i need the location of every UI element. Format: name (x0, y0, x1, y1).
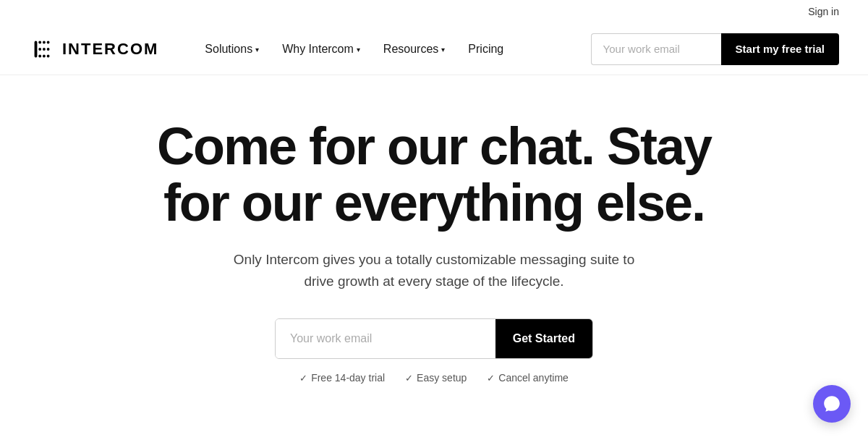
nav-email-input[interactable] (591, 33, 721, 65)
intercom-logo-icon (29, 35, 56, 63)
svg-rect-3 (43, 41, 46, 43)
logo-text: INTERCOM (62, 40, 158, 59)
chevron-down-icon: ▾ (441, 46, 445, 54)
hero-email-input[interactable] (276, 319, 495, 358)
nav-item-resources[interactable]: Resources ▾ (372, 23, 456, 75)
nav-cta-area: Start my free trial (591, 33, 839, 65)
trust-item-trial: ✓ Free 14-day trial (299, 372, 385, 384)
nav-item-pricing[interactable]: Pricing (456, 23, 515, 75)
svg-rect-7 (47, 48, 50, 51)
main-nav: Solutions ▾ Why Intercom ▾ Resources ▾ P… (193, 23, 590, 75)
svg-rect-4 (47, 41, 50, 43)
header: INTERCOM Solutions ▾ Why Intercom ▾ Reso… (0, 23, 868, 75)
nav-item-why-intercom[interactable]: Why Intercom ▾ (271, 23, 372, 75)
chevron-down-icon: ▾ (255, 46, 259, 54)
svg-rect-6 (43, 48, 46, 51)
trust-item-setup: ✓ Easy setup (405, 372, 467, 384)
get-started-button[interactable]: Get Started (495, 319, 592, 358)
start-trial-button[interactable]: Start my free trial (721, 33, 839, 65)
svg-rect-9 (43, 54, 46, 57)
hero-subtitle: Only Intercom gives you a totally custom… (231, 249, 637, 293)
chat-bubble-button[interactable] (813, 385, 851, 423)
svg-rect-10 (47, 54, 50, 57)
svg-rect-1 (35, 41, 38, 57)
logo[interactable]: INTERCOM (29, 35, 158, 63)
svg-rect-5 (38, 48, 41, 51)
check-icon: ✓ (299, 373, 307, 384)
hero-cta-form: Get Started (275, 318, 593, 359)
check-icon: ✓ (487, 373, 495, 384)
hero-section: Come for our chat. Stay for our everythi… (0, 75, 868, 412)
chat-icon (822, 394, 841, 413)
nav-item-solutions[interactable]: Solutions ▾ (193, 23, 271, 75)
hero-title: Come for our chat. Stay for our everythi… (123, 119, 745, 232)
trust-badges: ✓ Free 14-day trial ✓ Easy setup ✓ Cance… (299, 372, 569, 384)
signin-link[interactable]: Sign in (808, 6, 839, 17)
check-icon: ✓ (405, 373, 413, 384)
trust-item-cancel: ✓ Cancel anytime (487, 372, 569, 384)
top-bar: Sign in (0, 0, 868, 23)
svg-rect-8 (38, 54, 41, 57)
chevron-down-icon: ▾ (357, 46, 360, 54)
svg-rect-2 (38, 41, 41, 43)
